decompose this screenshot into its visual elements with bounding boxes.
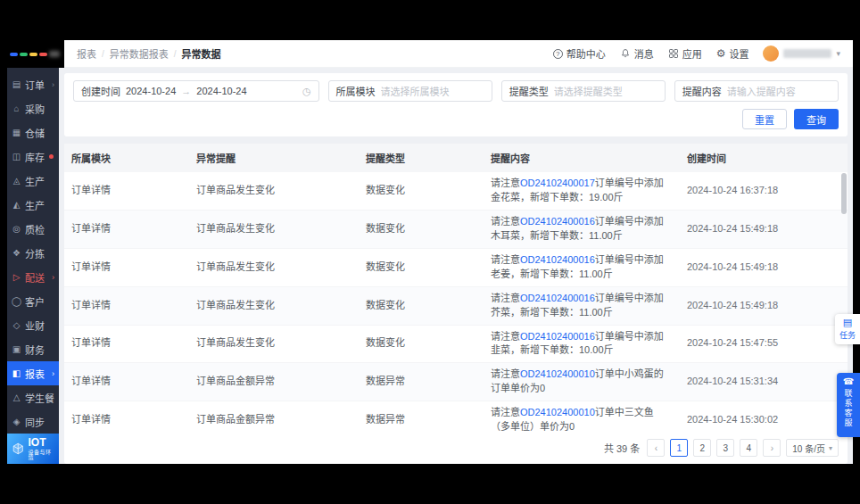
page-size-select[interactable]: 10 条/页 ▾ bbox=[786, 439, 839, 457]
cell-type: 数据变化 bbox=[359, 210, 484, 248]
help-center-label: 帮助中心 bbox=[566, 46, 606, 61]
cell-time: 2024-10-24 15:47:55 bbox=[680, 325, 848, 363]
user-name-redacted bbox=[783, 49, 831, 58]
cell-alert: 订单商品发生变化 bbox=[189, 172, 359, 210]
sidebar-item-label: 同步 bbox=[25, 415, 45, 429]
avatar bbox=[763, 45, 779, 62]
finance-icon: ▣ bbox=[12, 344, 21, 354]
date-range-picker[interactable]: 创建时间 2024-10-24 → 2024-10-24 ◷ bbox=[73, 80, 319, 102]
production-icon: ◭ bbox=[12, 200, 21, 210]
breadcrumb-reports[interactable]: 报表 bbox=[77, 46, 96, 61]
help-center-button[interactable]: ? 帮助中心 bbox=[553, 46, 606, 61]
pagination: 共 39 条 ‹ 1 2 3 4 › 10 条/页 ▾ bbox=[64, 432, 848, 464]
cell-alert: 订单商品发生变化 bbox=[189, 325, 359, 363]
cell-type: 数据变化 bbox=[359, 248, 484, 286]
page-button-1[interactable]: 1 bbox=[670, 439, 688, 457]
order-id-link[interactable]: OD24102400016 bbox=[520, 216, 595, 227]
order-id-link[interactable]: OD24102400016 bbox=[520, 293, 595, 303]
sidebar-item-sync[interactable]: ◈ 同步 bbox=[7, 409, 59, 434]
reset-button[interactable]: 重置 bbox=[742, 109, 787, 129]
breadcrumb-separator: / bbox=[102, 49, 104, 59]
production-icon: ◬ bbox=[12, 176, 21, 186]
table-row[interactable]: 订单详情 订单商品发生变化 数据变化 请注意OD24102400016订单编号中… bbox=[64, 286, 848, 325]
sidebar-item-purchase[interactable]: ⌂ 采购 bbox=[7, 96, 59, 120]
sidebar-item-student-meal[interactable]: △ 学生餐 bbox=[7, 385, 59, 409]
order-id-link[interactable]: OD24102400016 bbox=[520, 331, 595, 342]
table-row[interactable]: 订单详情 订单商品发生变化 数据变化 请注意OD24102400016订单编号中… bbox=[64, 325, 848, 363]
contact-service-float-button[interactable]: ☎ 联系客服 bbox=[837, 373, 860, 437]
delivery-icon: ▷ bbox=[12, 272, 21, 282]
logo-text-redacted bbox=[49, 51, 60, 57]
cell-alert: 订单商品发生变化 bbox=[189, 248, 359, 286]
sidebar-item-reports[interactable]: ◧ 报表 › bbox=[7, 361, 59, 385]
breadcrumb-current: 异常数据 bbox=[182, 46, 221, 61]
total-count: 共 39 条 bbox=[604, 441, 640, 455]
sidebar-item-delivery[interactable]: ▷ 配送 › bbox=[7, 265, 59, 289]
sidebar-item-label: 客户 bbox=[25, 294, 45, 309]
order-icon: ▤ bbox=[12, 79, 21, 89]
order-id-link[interactable]: OD24102400010 bbox=[520, 368, 595, 379]
page-button-2[interactable]: 2 bbox=[693, 439, 711, 457]
table-row[interactable]: 订单详情 订单商品发生变化 数据变化 请注意OD24102400016订单编号中… bbox=[64, 210, 848, 248]
inventory-icon: ◫ bbox=[12, 152, 21, 161]
sidebar-item-label: 订单 bbox=[25, 78, 45, 92]
table-scroll-area[interactable]: 所属模块 异常提醒 提醒类型 提醒内容 创建时间 订单详情 订单商品发生变化 数… bbox=[64, 144, 848, 432]
table-row[interactable]: 订单详情 订单商品金额异常 数据异常 请注意OD24102400010订单中小鸡… bbox=[64, 363, 848, 401]
table-header-row: 所属模块 异常提醒 提醒类型 提醒内容 创建时间 bbox=[64, 144, 848, 172]
logo-bar-red bbox=[39, 53, 47, 56]
sidebar-item-label: 配送 bbox=[25, 270, 45, 285]
sidebar-item-label: 分拣 bbox=[25, 246, 45, 260]
cell-type: 数据变化 bbox=[359, 172, 484, 210]
alert-content-input[interactable]: 提醒内容 请输入提醒内容 bbox=[674, 80, 839, 102]
alert-type-select[interactable]: 提醒类型 请选择提醒类型 bbox=[501, 80, 666, 102]
sidebar-item-production-2[interactable]: ◭ 生产 bbox=[7, 193, 59, 217]
breadcrumb: 报表 / 异常数据报表 / 异常数据 bbox=[77, 46, 221, 61]
help-icon: ? bbox=[553, 49, 563, 59]
task-layers-icon: ▤ bbox=[838, 318, 857, 327]
sidebar-item-warehouse[interactable]: ▦ 仓储 bbox=[7, 120, 59, 145]
sidebar-item-label: 仓储 bbox=[25, 126, 45, 140]
table-row[interactable]: 订单详情 订单商品发生变化 数据变化 请注意OD24102400017订单编号中… bbox=[64, 172, 848, 210]
messages-button[interactable]: 消息 bbox=[620, 46, 654, 61]
table-row[interactable]: 订单详情 订单商品发生变化 数据变化 请注意OD24102400016订单编号中… bbox=[64, 248, 848, 286]
order-id-link[interactable]: OD24102400010 bbox=[520, 407, 595, 417]
chevron-right-icon: › bbox=[52, 80, 54, 89]
exception-table: 所属模块 异常提醒 提醒类型 提醒内容 创建时间 订单详情 订单商品发生变化 数… bbox=[64, 144, 848, 432]
sidebar-item-finance[interactable]: ▣ 财务 bbox=[7, 337, 59, 361]
module-select[interactable]: 所属模块 请选择所属模块 bbox=[328, 80, 492, 102]
filter-panel: 创建时间 2024-10-24 → 2024-10-24 ◷ 所属模块 请选择所… bbox=[64, 73, 848, 136]
page-button-4[interactable]: 4 bbox=[740, 439, 757, 457]
table-scrollbar[interactable] bbox=[841, 173, 847, 244]
col-content: 提醒内容 bbox=[484, 144, 680, 172]
user-menu[interactable]: ▾ bbox=[763, 45, 840, 62]
header-actions: ? 帮助中心 消息 应用 bbox=[553, 45, 840, 62]
settings-label: 设置 bbox=[729, 46, 748, 61]
next-page-button[interactable]: › bbox=[763, 439, 781, 457]
alert-content-placeholder: 请输入提醒内容 bbox=[727, 84, 796, 98]
apps-button[interactable]: 应用 bbox=[668, 46, 702, 61]
order-id-link[interactable]: OD24102400017 bbox=[520, 178, 595, 188]
sidebar-item-sorting[interactable]: ❖ 分拣 bbox=[7, 241, 59, 265]
task-float-button[interactable]: ▤ 任务 bbox=[835, 314, 860, 344]
settings-button[interactable]: ⚙ 设置 bbox=[716, 46, 749, 61]
sidebar-item-orders[interactable]: ▤ 订单 › bbox=[7, 72, 59, 96]
sidebar-item-customers[interactable]: ◯ 客户 bbox=[7, 289, 59, 313]
cell-type: 数据异常 bbox=[359, 363, 484, 401]
page-header: 报表 / 异常数据报表 / 异常数据 ? 帮助中心 消息 bbox=[64, 40, 853, 68]
cell-time: 2024-10-24 15:30:02 bbox=[680, 401, 848, 432]
sidebar-item-quality[interactable]: ◎ 质检 bbox=[7, 217, 59, 241]
prev-page-button[interactable]: ‹ bbox=[647, 439, 665, 457]
sidebar-item-production-1[interactable]: ◬ 生产 bbox=[7, 169, 59, 193]
order-id-link[interactable]: OD24102400016 bbox=[520, 254, 595, 265]
page-button-3[interactable]: 3 bbox=[716, 439, 734, 457]
search-button[interactable]: 查询 bbox=[794, 109, 839, 129]
apps-label: 应用 bbox=[682, 46, 702, 61]
business-finance-icon: ◇ bbox=[12, 320, 21, 330]
cell-content: 请注意OD24102400016订单编号中添加木耳菜，新增下单数：11.00斤 bbox=[484, 210, 680, 248]
table-row[interactable]: 订单详情 订单商品金额异常 数据异常 请注意OD24102400010订单中三文… bbox=[64, 401, 848, 432]
sidebar-item-biz-finance[interactable]: ◇ 业财 bbox=[7, 313, 59, 337]
breadcrumb-exception-report[interactable]: 异常数据报表 bbox=[110, 46, 169, 61]
sidebar-item-inventory[interactable]: ◫ 库存 bbox=[7, 145, 59, 169]
scrollbar-thumb[interactable] bbox=[841, 173, 847, 214]
sidebar-item-label: 生产 bbox=[25, 198, 45, 212]
